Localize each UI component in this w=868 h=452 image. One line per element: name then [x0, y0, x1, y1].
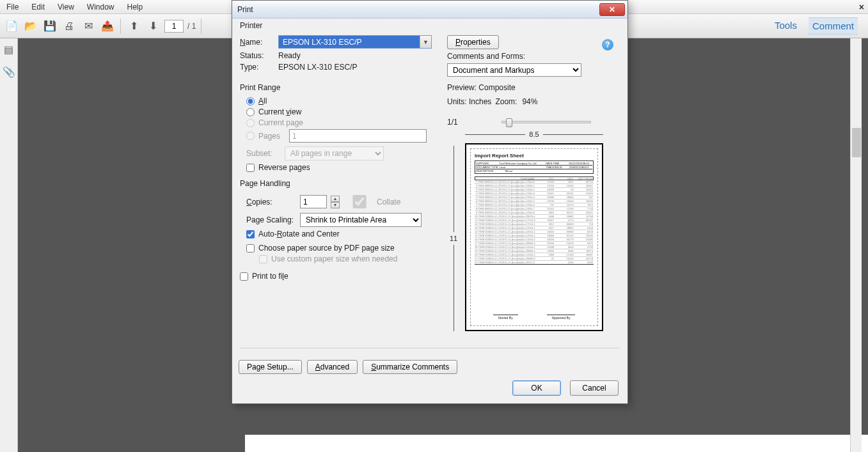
ok-button[interactable]: OK	[512, 380, 561, 396]
cancel-button[interactable]: Cancel	[570, 380, 619, 396]
open-file-icon[interactable]: 📂	[23, 19, 38, 34]
units-label: Units: Inches	[447, 97, 491, 106]
scrollbar-thumb[interactable]	[852, 128, 861, 157]
close-button[interactable]: ✕	[599, 3, 625, 16]
radio-pages-label: Pages	[258, 132, 285, 141]
type-label: Type:	[240, 63, 274, 72]
print-dialog: Print ✕ ? Printer Name: EPSON LX-310 ESC…	[232, 0, 628, 404]
page-up-icon[interactable]: ⬆	[126, 19, 141, 34]
status-label: Status:	[240, 51, 274, 60]
menu-help[interactable]: Help	[121, 1, 150, 13]
help-icon[interactable]: ?	[602, 39, 613, 51]
collate-checkbox: Collate	[346, 195, 400, 208]
dialog-title: Print	[237, 5, 253, 14]
page-total: / 1	[187, 22, 196, 31]
toolbar-separator	[120, 19, 121, 34]
radio-current-page-label: Current page	[258, 118, 303, 127]
print-to-file-label: Print to file	[252, 272, 288, 281]
auto-rotate-label: Auto-Rotate and Center	[258, 230, 340, 238]
copies-label: Copies:	[246, 198, 296, 207]
page-indicator: 1/1	[447, 118, 458, 127]
menu-file[interactable]: File	[0, 1, 25, 13]
printer-name-value: EPSON LX-310 ESC/P	[279, 36, 420, 48]
preview-label: Preview: Composite	[447, 83, 620, 92]
page-number-input[interactable]: 1	[164, 20, 184, 33]
comments-forms-label: Comments and Forms:	[447, 52, 525, 61]
radio-current-page: Current page	[246, 118, 438, 127]
page-down-icon[interactable]: ⬇	[145, 19, 161, 34]
print-range-label: Print Range	[240, 83, 438, 92]
email-icon[interactable]: ✉	[81, 19, 96, 34]
radio-pages: Pages	[246, 129, 438, 143]
copies-spinner[interactable]: ▲▼	[331, 196, 340, 208]
save-icon[interactable]: 💾	[42, 19, 58, 34]
spinner-up-icon[interactable]: ▲	[331, 196, 340, 202]
tools-link[interactable]: Tools	[771, 17, 801, 35]
page-scaling-label: Page Scaling:	[246, 215, 296, 224]
radio-all[interactable]: All	[246, 97, 438, 105]
slider-knob[interactable]	[506, 118, 512, 127]
zoom-value: 94%	[522, 97, 537, 106]
reverse-pages-label: Reverse pages	[258, 163, 310, 172]
preview-canvas: 8.5 11 Import Report Sheet SUPPLIERCool …	[447, 130, 607, 341]
toolbar-separator	[201, 19, 201, 34]
name-label: Name:	[240, 38, 274, 47]
choose-paper-label: Choose paper source by PDF page size	[258, 244, 395, 253]
advanced-button[interactable]: Advanced	[307, 360, 358, 374]
vertical-scrollbar[interactable]	[850, 38, 862, 452]
radio-all-label: All	[258, 97, 267, 105]
auto-rotate-checkbox[interactable]: Auto-Rotate and Center	[246, 230, 438, 238]
radio-current-view[interactable]: Current view	[246, 107, 438, 116]
preview-width: 8.5	[525, 130, 542, 138]
zoom-label: Zoom:	[495, 97, 517, 106]
spinner-down-icon[interactable]: ▼	[331, 202, 340, 208]
print-icon[interactable]: 🖨	[61, 19, 77, 34]
choose-paper-checkbox[interactable]: Choose paper source by PDF page size	[246, 244, 438, 253]
subset-label: Subset:	[246, 149, 281, 158]
custom-paper-checkbox: Use custom paper size when needed	[259, 254, 438, 263]
attachments-icon[interactable]: 📎	[3, 66, 15, 78]
comment-link[interactable]: Comment	[809, 17, 858, 35]
document-page	[245, 435, 868, 452]
copies-input[interactable]	[300, 195, 327, 208]
app-close-icon[interactable]: ×	[853, 0, 868, 14]
page-slider[interactable]	[501, 121, 591, 123]
status-value: Ready	[278, 51, 301, 60]
page-handling-label: Page Handling	[240, 179, 438, 188]
preview-doc-title: Import Report Sheet	[475, 153, 594, 159]
menu-edit[interactable]: Edit	[25, 1, 51, 13]
menu-view[interactable]: View	[51, 1, 81, 13]
pages-input	[289, 129, 427, 143]
divider	[240, 348, 620, 348]
subset-select: All pages in range	[285, 146, 384, 160]
type-value: EPSON LX-310 ESC/P	[278, 63, 357, 72]
new-file-icon[interactable]: 📄	[4, 19, 19, 34]
page-preview: Import Report Sheet SUPPLIERCool Welcome…	[465, 143, 603, 331]
menu-window[interactable]: Window	[81, 1, 121, 13]
printer-name-select[interactable]: EPSON LX-310 ESC/P ▼	[278, 35, 432, 49]
chevron-down-icon[interactable]: ▼	[420, 36, 431, 48]
radio-current-view-label: Current view	[258, 107, 301, 116]
served-by-label: Served By	[493, 315, 518, 320]
thumbnails-icon[interactable]: ▤	[4, 43, 13, 56]
comments-forms-select[interactable]: Document and Markups	[447, 63, 581, 77]
printer-section-label: Printer	[240, 21, 620, 30]
side-panel: ▤ 📎	[0, 38, 18, 452]
properties-button[interactable]: Properties	[447, 35, 499, 49]
export-icon[interactable]: 📤	[100, 19, 115, 34]
page-setup-button[interactable]: Page Setup...	[239, 360, 302, 374]
page-scaling-select[interactable]: Shrink to Printable Area	[300, 213, 422, 227]
print-to-file-checkbox[interactable]: Print to file	[240, 272, 438, 281]
summarize-comments-button[interactable]: Summarize Comments	[363, 360, 457, 374]
custom-paper-label: Use custom paper size when needed	[271, 254, 397, 263]
preview-height: 11	[450, 232, 457, 245]
collate-label: Collate	[377, 198, 400, 207]
dialog-titlebar[interactable]: Print ✕	[232, 1, 627, 19]
reverse-pages-checkbox[interactable]: Reverse pages	[246, 163, 438, 172]
approved-by-label: Approved By	[547, 315, 576, 320]
